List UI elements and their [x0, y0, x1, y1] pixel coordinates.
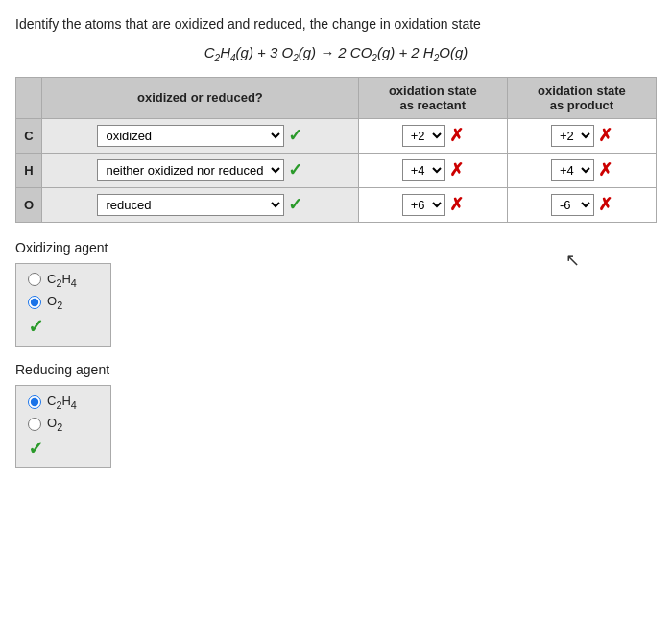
select-c-product[interactable]: +2-20+4-4 — [551, 125, 594, 147]
col-header-product: oxidation stateas product — [507, 77, 656, 118]
reducing-option-o2[interactable]: O2 — [28, 416, 99, 433]
radio-oxidizing-c2h4[interactable] — [28, 273, 41, 286]
reducing-label-c2h4: C2H4 — [47, 394, 77, 411]
select-wrapper-o: oxidized reduced neither oxidized nor re… — [97, 194, 284, 216]
radio-reducing-c2h4[interactable] — [28, 395, 41, 409]
x-c-product: ✗ — [598, 125, 612, 146]
select-o-product[interactable]: -6+60-2+2 — [551, 194, 594, 216]
reducing-agent-section: Reducing agent C2H4 O2 ✓ — [15, 362, 657, 484]
reducing-agent-title: Reducing agent — [15, 362, 657, 377]
radio-reducing-o2[interactable] — [28, 418, 41, 431]
cell-c-product: +2-20+4-4 ✗ — [507, 118, 656, 153]
check-h-or-reduced: ✓ — [288, 159, 302, 180]
select-h-product[interactable]: +4-40+1-1 — [551, 159, 594, 181]
table-row: H oxidized reduced neither oxidized nor … — [16, 153, 657, 187]
oxidizing-label-c2h4: C2H4 — [47, 272, 77, 289]
cursor-icon: ↖ — [565, 250, 580, 271]
oxidation-table: oxidized or reduced? oxidation stateas r… — [15, 77, 657, 223]
check-reducing-agent: ✓ — [28, 437, 99, 460]
select-wrapper-c: oxidized reduced neither oxidized nor re… — [97, 125, 284, 147]
x-o-reactant: ✗ — [449, 194, 464, 215]
table-row: O oxidized reduced neither oxidized nor … — [16, 187, 657, 222]
check-oxidizing-agent: ✓ — [28, 315, 99, 338]
cell-o-product: -6+60-2+2 ✗ — [507, 187, 656, 222]
table-row: C oxidized reduced neither oxidized nor … — [16, 118, 657, 153]
reducing-agent-group: C2H4 O2 ✓ — [15, 385, 111, 468]
oxidizing-agent-group: C2H4 O2 ✓ — [15, 263, 111, 347]
oxidizing-option-c2h4[interactable]: C2H4 — [28, 272, 99, 289]
x-h-reactant: ✗ — [449, 159, 464, 180]
select-o-reactant[interactable]: +6-60-2+2 — [402, 194, 445, 216]
cell-c-or-reduced: oxidized reduced neither oxidized nor re… — [42, 118, 359, 153]
col-header-or-reduced: oxidized or reduced? — [42, 77, 359, 118]
oxidizing-agent-title: Oxidizing agent — [15, 240, 657, 255]
x-o-product: ✗ — [598, 194, 612, 215]
cell-h-or-reduced: oxidized reduced neither oxidized nor re… — [42, 153, 359, 187]
check-c-or-reduced: ✓ — [288, 125, 302, 146]
oxidizing-option-o2[interactable]: O2 — [28, 294, 99, 311]
select-h-or-reduced[interactable]: oxidized reduced neither oxidized nor re… — [97, 159, 284, 181]
select-o-or-reduced[interactable]: oxidized reduced neither oxidized nor re… — [97, 194, 284, 216]
cell-c-reactant: +2-20+4-4 ✗ — [358, 118, 507, 153]
equation: C2H4(g) + 3 O2(g) → 2 CO2(g) + 2 H2O(g) — [15, 44, 657, 63]
select-wrapper-h: oxidized reduced neither oxidized nor re… — [97, 159, 284, 181]
row-label-h: H — [16, 153, 42, 187]
select-c-or-reduced[interactable]: oxidized reduced neither oxidized nor re… — [97, 125, 284, 147]
cell-o-or-reduced: oxidized reduced neither oxidized nor re… — [42, 187, 359, 222]
col-header-label — [16, 77, 42, 118]
select-c-reactant[interactable]: +2-20+4-4 — [402, 125, 445, 147]
question-text: Identify the atoms that are oxidized and… — [15, 15, 657, 35]
cell-o-reactant: +6-60-2+2 ✗ — [358, 187, 507, 222]
reducing-label-o2: O2 — [47, 416, 62, 433]
reducing-option-c2h4[interactable]: C2H4 — [28, 394, 99, 411]
oxidizing-agent-section: Oxidizing agent C2H4 O2 ✓ ↖ — [15, 240, 657, 362]
radio-oxidizing-o2[interactable] — [28, 296, 41, 309]
x-h-product: ✗ — [598, 159, 612, 180]
row-label-c: C — [16, 118, 42, 153]
row-label-o: O — [16, 187, 42, 222]
cell-h-product: +4-40+1-1 ✗ — [507, 153, 656, 187]
cell-h-reactant: +4-40+1-1 ✗ — [358, 153, 507, 187]
select-h-reactant[interactable]: +4-40+1-1 — [402, 159, 445, 181]
col-header-reactant: oxidation stateas reactant — [358, 77, 507, 118]
x-c-reactant: ✗ — [449, 125, 464, 146]
check-o-or-reduced: ✓ — [288, 194, 302, 215]
oxidizing-label-o2: O2 — [47, 294, 62, 311]
